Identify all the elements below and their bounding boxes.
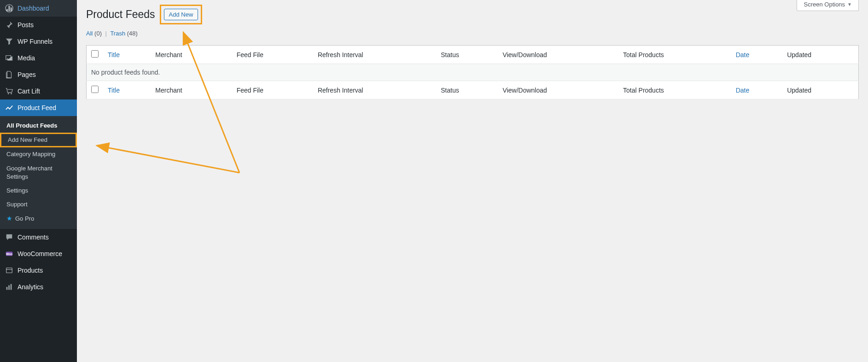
screen-options-label: Screen Options	[804, 1, 845, 8]
filter-all-link[interactable]: All	[86, 30, 93, 37]
submenu-go-pro-label: Go Pro	[15, 215, 34, 222]
submenu-category-mapping[interactable]: Category Mapping	[0, 147, 77, 161]
main-content: Screen Options ▼ Product Feeds Add New A…	[77, 0, 868, 362]
col-total-products: Total Products	[618, 46, 731, 64]
filter-separator: |	[104, 30, 109, 37]
col-merchant-foot: Merchant	[151, 81, 232, 99]
col-refresh-interval-foot: Refresh Interval	[313, 81, 436, 99]
table-header-row: Title Merchant Feed File Refresh Interva…	[87, 46, 859, 64]
sidebar-item-posts[interactable]: Posts	[0, 17, 77, 33]
media-icon	[5, 53, 14, 63]
col-title-sort[interactable]: Title	[108, 51, 120, 58]
col-updated-foot: Updated	[782, 81, 858, 99]
sidebar-label: Pages	[17, 71, 36, 78]
sidebar-label: Analytics	[17, 283, 43, 291]
submenu-google-merchant-settings[interactable]: Google Merchant Settings	[0, 162, 77, 184]
sidebar-label: WooCommerce	[17, 250, 62, 257]
col-date-sort[interactable]: Date	[736, 51, 750, 58]
sidebar-item-productfeed[interactable]: Product Feed	[0, 99, 77, 116]
add-new-button[interactable]: Add New	[164, 9, 198, 20]
sidebar-submenu-productfeed: All Product Feeds Add New Feed Category …	[0, 116, 77, 229]
col-updated: Updated	[782, 46, 858, 64]
submenu-settings[interactable]: Settings	[0, 184, 77, 198]
svg-point-2	[8, 93, 9, 94]
filter-trash-count: (48)	[127, 30, 138, 37]
filter-all-count: (0)	[94, 30, 102, 37]
submenu-add-new-feed[interactable]: Add New Feed	[0, 133, 77, 147]
col-checkbox	[87, 46, 104, 64]
sidebar-item-pages[interactable]: Pages	[0, 66, 77, 83]
sidebar-item-wpfunnels[interactable]: WP Funnels	[0, 33, 77, 50]
chevron-down-icon: ▼	[847, 2, 852, 7]
submenu-support[interactable]: Support	[0, 198, 77, 211]
col-status: Status	[436, 46, 498, 64]
svg-rect-6	[6, 268, 12, 273]
star-icon: ★	[6, 215, 12, 222]
sidebar-item-analytics[interactable]: Analytics	[0, 279, 77, 295]
sidebar-item-comments[interactable]: Comments	[0, 229, 77, 245]
pin-icon	[5, 20, 14, 29]
table-empty-row: No product feeds found.	[87, 64, 859, 81]
sidebar-item-dashboard[interactable]: Dashboard	[0, 0, 77, 17]
products-icon	[5, 266, 14, 275]
add-new-highlight-box: Add New	[160, 5, 203, 24]
col-feed-file-foot: Feed File	[232, 81, 313, 99]
svg-rect-9	[11, 284, 12, 290]
submenu-all-product-feeds[interactable]: All Product Feeds	[0, 119, 77, 133]
svg-text:Woo: Woo	[6, 252, 12, 256]
col-view-download-foot: View/Download	[498, 81, 619, 99]
filter-links: All (0) | Trash (48)	[86, 30, 859, 37]
woocommerce-icon: Woo	[5, 249, 14, 258]
funnel-icon	[5, 37, 14, 46]
col-status-foot: Status	[436, 81, 498, 99]
chart-line-icon	[5, 103, 14, 112]
sidebar-label: WP Funnels	[17, 38, 52, 45]
sidebar-label: Posts	[17, 21, 34, 29]
sidebar-label: Media	[17, 54, 35, 62]
analytics-icon	[5, 282, 14, 292]
cart-icon	[5, 87, 14, 96]
col-merchant: Merchant	[151, 46, 232, 64]
page-heading: Product Feeds Add New	[86, 5, 859, 24]
col-date-foot: Date	[731, 81, 783, 99]
sidebar-item-media[interactable]: Media	[0, 50, 77, 66]
col-title: Title	[103, 46, 151, 64]
sidebar-item-products[interactable]: Products	[0, 262, 77, 279]
sidebar-label: Dashboard	[17, 5, 49, 12]
sidebar-label: Products	[17, 267, 43, 274]
select-all-top-checkbox[interactable]	[91, 50, 99, 58]
product-feeds-table: Title Merchant Feed File Refresh Interva…	[86, 45, 859, 99]
dashboard-icon	[5, 4, 14, 13]
select-all-bottom-checkbox[interactable]	[91, 86, 99, 93]
col-feed-file: Feed File	[232, 46, 313, 64]
pages-icon	[5, 70, 14, 79]
comments-icon	[5, 233, 14, 242]
svg-point-1	[7, 58, 8, 59]
col-checkbox-foot	[87, 81, 104, 99]
sidebar-label: Product Feed	[17, 104, 56, 111]
col-date: Date	[731, 46, 783, 64]
col-refresh-interval: Refresh Interval	[313, 46, 436, 64]
svg-rect-7	[6, 287, 8, 290]
col-total-products-foot: Total Products	[618, 81, 731, 99]
submenu-go-pro[interactable]: ★Go Pro	[0, 211, 77, 226]
col-title-foot: Title	[103, 81, 151, 99]
empty-message: No product feeds found.	[87, 64, 859, 81]
col-date-sort-foot[interactable]: Date	[736, 87, 750, 94]
page-title: Product Feeds	[86, 8, 155, 21]
svg-rect-8	[8, 285, 10, 290]
col-view-download: View/Download	[498, 46, 619, 64]
filter-trash-link[interactable]: Trash	[110, 30, 125, 37]
sidebar-label: Cart Lift	[17, 88, 40, 95]
svg-point-3	[11, 93, 12, 94]
sidebar-label: Comments	[17, 234, 49, 241]
admin-sidebar: Dashboard Posts WP Funnels Media Pages C…	[0, 0, 77, 362]
sidebar-item-cartlift[interactable]: Cart Lift	[0, 83, 77, 99]
table-footer-row: Title Merchant Feed File Refresh Interva…	[87, 81, 859, 99]
sidebar-item-woocommerce[interactable]: Woo WooCommerce	[0, 245, 77, 262]
screen-options-button[interactable]: Screen Options ▼	[797, 0, 859, 11]
col-title-sort-foot[interactable]: Title	[108, 87, 120, 94]
